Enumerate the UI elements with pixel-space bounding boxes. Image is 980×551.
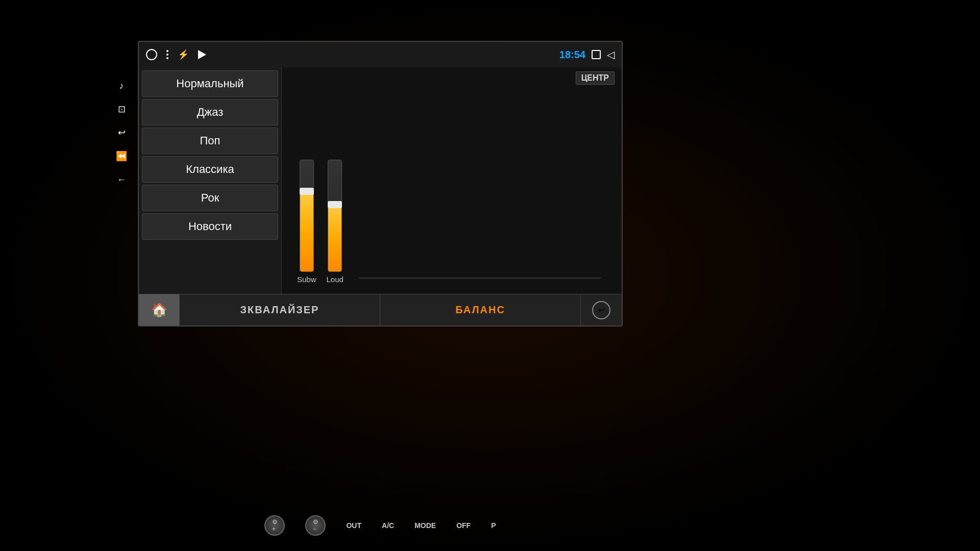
preset-news[interactable]: Новости (142, 213, 278, 240)
car-seats-diagram (444, 278, 516, 279)
spatial-view[interactable] (359, 278, 601, 279)
back-icon-symbol: ↩ (598, 305, 605, 315)
balance-position-dot[interactable] (475, 278, 484, 279)
top-bar-left-icons: ⚡ (146, 49, 206, 60)
preset-classic[interactable]: Классика (142, 156, 278, 183)
knob-minus[interactable]: ⚙− (305, 515, 326, 536)
ac-button[interactable]: A/C (382, 521, 394, 530)
back-circle-icon: ↩ (592, 301, 610, 319)
subw-slider-fill (300, 191, 313, 271)
home-circle-icon[interactable] (146, 49, 157, 60)
loud-slider-label: Loud (327, 275, 344, 284)
menu-dots-icon[interactable] (166, 50, 168, 59)
preset-list: Нормальный Джаз Поп Классика Рок Новости (139, 67, 282, 294)
play-icon[interactable] (198, 50, 206, 59)
subw-slider-container: Subw (297, 160, 316, 284)
subw-slider-thumb[interactable] (300, 188, 314, 195)
balance-tab[interactable]: БАЛАНС (380, 294, 581, 325)
sidebar-icon-return[interactable]: ↩ (112, 123, 131, 142)
home-icon: 🏠 (151, 302, 167, 318)
display-unit: ⚡ 18:54 ◁ Нормальный Джаз Поп Классика Р… (138, 41, 623, 327)
equalizer-tab[interactable]: ЗКВАЛАЙЗЕР (180, 294, 380, 325)
usb-icon[interactable]: ⚡ (178, 49, 189, 60)
bottom-bar: 🏠 ЗКВАЛАЙЗЕР БАЛАНС ↩ (139, 294, 622, 325)
sidebar-icon-back[interactable]: ← (112, 170, 131, 189)
off-button[interactable]: OFF (456, 521, 471, 530)
sliders-section: Subw Loud (282, 67, 622, 294)
preset-jazz[interactable]: Джаз (142, 99, 278, 126)
sidebar-icon-rewind[interactable]: ⏪ (112, 147, 131, 165)
main-content: Нормальный Джаз Поп Классика Рок Новости… (139, 67, 622, 294)
balance-tab-label: БАЛАНС (455, 304, 505, 316)
eq-area: ЦЕНТР Subw (282, 67, 622, 294)
subw-slider-track[interactable] (300, 160, 314, 272)
knob-plus[interactable]: ⚙+ (264, 515, 285, 536)
loud-slider-thumb[interactable] (328, 201, 342, 208)
left-sidebar: ♪ ⊡ ↩ ⏪ ← (112, 77, 131, 189)
sidebar-icon-camera[interactable]: ⊡ (112, 100, 131, 118)
back-button[interactable]: ↩ (581, 294, 622, 325)
sidebar-icon-music[interactable]: ♪ (112, 77, 131, 95)
screen-background: ♪ ⊡ ↩ ⏪ ← ⚡ 18:54 ◁ (0, 0, 980, 551)
equalizer-tab-label: ЗКВАЛАЙЗЕР (240, 304, 320, 316)
preset-normal[interactable]: Нормальный (142, 70, 278, 97)
loud-slider-fill (328, 205, 341, 271)
top-bar-right: 18:54 ◁ (559, 48, 615, 61)
loud-slider-container: Loud (327, 160, 344, 284)
p-button[interactable]: P (491, 521, 496, 530)
mode-button[interactable]: MODE (414, 521, 436, 530)
home-button[interactable]: 🏠 (139, 294, 180, 325)
preset-rock[interactable]: Рок (142, 185, 278, 211)
square-icon[interactable] (592, 50, 601, 59)
preset-pop[interactable]: Поп (142, 128, 278, 154)
loud-slider-track[interactable] (328, 160, 342, 272)
top-bar: ⚡ 18:54 ◁ (139, 42, 622, 67)
subw-slider-label: Subw (297, 275, 316, 284)
clock-display: 18:54 (559, 49, 585, 61)
out-button[interactable]: OUT (346, 521, 361, 530)
physical-controls: ⚙+ ⚙− OUT A/C MODE OFF P (138, 515, 623, 536)
back-arrow-icon[interactable]: ◁ (607, 48, 615, 61)
